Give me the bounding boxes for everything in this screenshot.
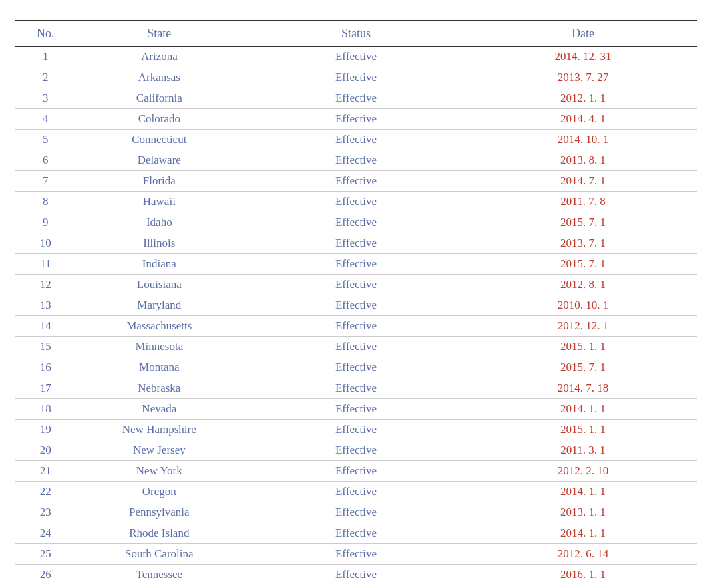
- cell-no: 25: [15, 544, 76, 565]
- cell-status: Effective: [242, 502, 470, 523]
- cell-no: 9: [15, 212, 76, 233]
- cell-date: 2014. 1. 1: [470, 399, 697, 420]
- cell-date: 2016. 1. 1: [470, 565, 697, 585]
- table-row: 7FloridaEffective2014. 7. 1: [15, 171, 697, 192]
- table-row: 12LouisianaEffective2012. 8. 1: [15, 275, 697, 295]
- cell-no: 1: [15, 47, 76, 67]
- table-row: 15MinnesotaEffective2015. 1. 1: [15, 337, 697, 357]
- cell-state: Arkansas: [76, 67, 242, 88]
- cell-state: Louisiana: [76, 275, 242, 295]
- cell-no: 5: [15, 130, 76, 150]
- cell-no: 4: [15, 109, 76, 130]
- cell-state: New Hampshire: [76, 420, 242, 440]
- cell-status: Effective: [242, 482, 470, 502]
- cell-no: 19: [15, 420, 76, 440]
- cell-no: 17: [15, 378, 76, 399]
- cell-no: 22: [15, 482, 76, 502]
- cell-status: Effective: [242, 544, 470, 565]
- cell-no: 20: [15, 440, 76, 461]
- cell-date: 2014. 3. 13: [470, 585, 697, 589]
- col-header-no: No.: [15, 21, 76, 47]
- cell-no: 11: [15, 254, 76, 275]
- cell-date: 2014. 1. 1: [470, 523, 697, 544]
- table-row: 23PennsylvaniaEffective2013. 1. 1: [15, 502, 697, 523]
- table-header-row: No. State Status Date: [15, 21, 697, 47]
- cell-state: Connecticut: [76, 130, 242, 150]
- cell-state: New Jersey: [76, 440, 242, 461]
- cell-status: Effective: [242, 295, 470, 316]
- table-row: 4ColoradoEffective2014. 4. 1: [15, 109, 697, 130]
- table-row: 8HawaiiEffective2011. 7. 8: [15, 192, 697, 212]
- cell-status: Effective: [242, 212, 470, 233]
- table-row: 11IndianaEffective2015. 7. 1: [15, 254, 697, 275]
- main-container: No. State Status Date 1ArizonaEffective2…: [15, 20, 697, 588]
- cell-no: 8: [15, 192, 76, 212]
- cell-date: 2014. 10. 1: [470, 130, 697, 150]
- data-table: No. State Status Date 1ArizonaEffective2…: [15, 20, 697, 588]
- cell-state: Idaho: [76, 212, 242, 233]
- cell-date: 2012. 8. 1: [470, 275, 697, 295]
- cell-state: Maryland: [76, 295, 242, 316]
- cell-state: Colorado: [76, 109, 242, 130]
- cell-no: 12: [15, 275, 76, 295]
- cell-status: Effective: [242, 461, 470, 482]
- cell-state: California: [76, 88, 242, 109]
- cell-status: Effective: [242, 192, 470, 212]
- cell-date: 2014. 7. 1: [470, 171, 697, 192]
- cell-no: 10: [15, 233, 76, 254]
- table-body: 1ArizonaEffective2014. 12. 312ArkansasEf…: [15, 47, 697, 589]
- table-row: 18NevadaEffective2014. 1. 1: [15, 399, 697, 420]
- cell-status: Effective: [242, 130, 470, 150]
- cell-status: Effective: [242, 88, 470, 109]
- table-row: 22OregonEffective2014. 1. 1: [15, 482, 697, 502]
- cell-state: Florida: [76, 171, 242, 192]
- cell-no: 18: [15, 399, 76, 420]
- cell-status: Effective: [242, 67, 470, 88]
- cell-state: Nevada: [76, 399, 242, 420]
- cell-status: Effective: [242, 399, 470, 420]
- cell-date: 2010. 10. 1: [470, 295, 697, 316]
- cell-date: 2014. 7. 18: [470, 378, 697, 399]
- cell-no: 24: [15, 523, 76, 544]
- col-header-state: State: [76, 21, 242, 47]
- table-row: 9IdahoEffective2015. 7. 1: [15, 212, 697, 233]
- table-row: 26TennesseeEffective2016. 1. 1: [15, 565, 697, 585]
- cell-status: Effective: [242, 420, 470, 440]
- cell-status: Effective: [242, 523, 470, 544]
- cell-status: Effective: [242, 357, 470, 378]
- cell-date: 2012. 2. 10: [470, 461, 697, 482]
- cell-status: Effective: [242, 378, 470, 399]
- table-row: 20New JerseyEffective2011. 3. 1: [15, 440, 697, 461]
- cell-date: 2015. 7. 1: [470, 254, 697, 275]
- cell-status: Effective: [242, 150, 470, 171]
- cell-date: 2013. 7. 1: [470, 233, 697, 254]
- cell-state: Oregon: [76, 482, 242, 502]
- col-header-status: Status: [242, 21, 470, 47]
- table-row: 10IllinoisEffective2013. 7. 1: [15, 233, 697, 254]
- cell-no: 27: [15, 585, 76, 589]
- table-row: 16MontanaEffective2015. 7. 1: [15, 357, 697, 378]
- cell-date: 2015. 7. 1: [470, 212, 697, 233]
- cell-no: 13: [15, 295, 76, 316]
- cell-date: 2011. 3. 1: [470, 440, 697, 461]
- cell-date: 2012. 12. 1: [470, 316, 697, 337]
- cell-no: 3: [15, 88, 76, 109]
- cell-no: 2: [15, 67, 76, 88]
- table-row: 24Rhode IslandEffective2014. 1. 1: [15, 523, 697, 544]
- table-row: 13MarylandEffective2010. 10. 1: [15, 295, 697, 316]
- cell-no: 6: [15, 150, 76, 171]
- cell-date: 2011. 7. 8: [470, 192, 697, 212]
- cell-status: Effective: [242, 585, 470, 589]
- cell-date: 2014. 1. 1: [470, 482, 697, 502]
- cell-no: 21: [15, 461, 76, 482]
- cell-date: 2014. 4. 1: [470, 109, 697, 130]
- cell-date: 2015. 1. 1: [470, 420, 697, 440]
- cell-status: Effective: [242, 565, 470, 585]
- cell-date: 2013. 8. 1: [470, 150, 697, 171]
- cell-state: Pennsylvania: [76, 502, 242, 523]
- cell-state: Illinois: [76, 233, 242, 254]
- cell-state: Nebraska: [76, 378, 242, 399]
- cell-state: Indiana: [76, 254, 242, 275]
- cell-status: Effective: [242, 440, 470, 461]
- table-row: 27UtahEffective2014. 3. 13: [15, 585, 697, 589]
